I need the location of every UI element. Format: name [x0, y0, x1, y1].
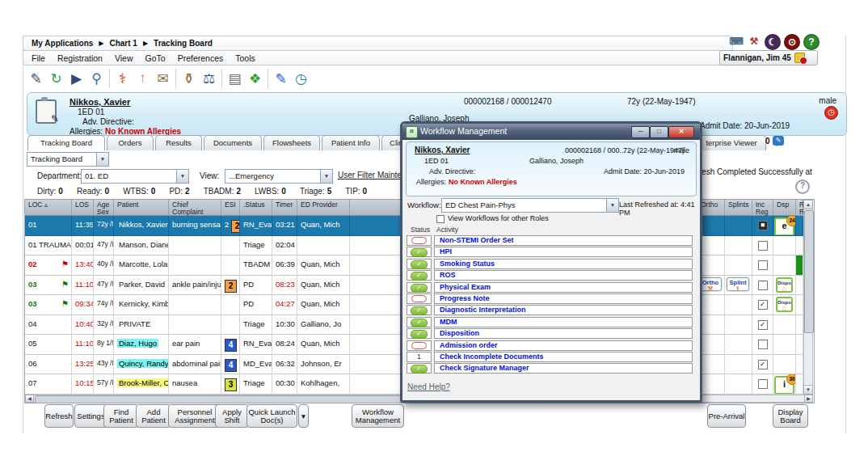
column-header-splints[interactable]: Splints: [725, 200, 752, 216]
chevron-down-icon[interactable]: ▼: [606, 199, 618, 212]
remote-desktop-icon[interactable]: ⌨: [729, 34, 744, 49]
minimize-icon[interactable]: ─: [631, 126, 650, 138]
personnel-assignment-button[interactable]: Personnel Assignment: [168, 404, 221, 428]
activity-row[interactable]: Admission order: [402, 340, 695, 351]
tab-results[interactable]: Results: [155, 135, 202, 150]
column-header-status[interactable]: .Status: [240, 200, 272, 216]
column-header-los[interactable]: LOS: [72, 200, 94, 216]
chevron-down-icon[interactable]: ▼: [320, 170, 332, 183]
other-roles-checkbox[interactable]: [436, 215, 445, 223]
scroll-right-icon[interactable]: ▶: [804, 395, 813, 403]
column-header-inc[interactable]: Inc Reg: [752, 200, 773, 216]
chart-search-icon[interactable]: ⚲: [86, 68, 107, 89]
add-patient-button[interactable]: Add Patient: [136, 404, 171, 428]
menu-view[interactable]: View: [115, 53, 133, 63]
quick-launch-doc-s--button[interactable]: Quick Launch Doc(s): [246, 404, 297, 428]
menu-goto[interactable]: GoTo: [145, 53, 166, 63]
user-badge[interactable]: Flannigan, Jim 45: [719, 50, 818, 65]
chevron-down-icon[interactable]: ▼: [96, 153, 108, 166]
medication-icon[interactable]: ⚱: [179, 68, 199, 89]
activity-link[interactable]: Progress Note: [434, 293, 693, 304]
clinical-caduceus-icon[interactable]: ⚕: [112, 68, 133, 89]
refresh-button[interactable]: Refresh: [44, 404, 74, 428]
find-patient-button[interactable]: Find Patient: [103, 404, 139, 428]
schedule-icon[interactable]: ◷: [291, 68, 311, 89]
inc-reg-checkbox[interactable]: ■: [758, 221, 768, 230]
breadcrumb-item[interactable]: Chart 1: [109, 39, 137, 48]
dispo-home-icon[interactable]: Dispo⌂: [776, 277, 793, 293]
activity-link[interactable]: Smoking Status: [434, 259, 693, 269]
breadcrumb-item[interactable]: Tracking Board: [154, 39, 213, 48]
activity-row[interactable]: ✓Disposition: [402, 328, 695, 339]
notification-icon[interactable]: [794, 53, 805, 63]
sign-note-icon[interactable]: ✎: [271, 68, 291, 89]
activity-link[interactable]: Disposition: [434, 328, 693, 339]
apply-shift-button[interactable]: Apply Shift: [215, 404, 249, 428]
workflow-management-button[interactable]: Workflow Management: [352, 404, 404, 428]
activity-row[interactable]: Progress Note: [402, 293, 695, 304]
dialog-title-bar[interactable]: ⌗ Workflow Management ─ □ ✕: [402, 124, 700, 140]
inc-reg-checkbox[interactable]: ✓: [758, 320, 768, 330]
activity-row[interactable]: ✓HPI: [402, 247, 695, 257]
chat-icon[interactable]: ✎: [773, 136, 784, 146]
menu-tools[interactable]: Tools: [235, 53, 255, 63]
scales-icon[interactable]: ⚖: [199, 68, 219, 89]
column-header-esi[interactable]: ESI: [221, 200, 240, 216]
workflow-select[interactable]: ED Chest Pain-Phys▼: [441, 198, 619, 213]
activity-link[interactable]: Physical Exam: [434, 282, 693, 293]
column-header-dsp[interactable]: Dsp: [773, 200, 796, 216]
maximize-icon[interactable]: □: [650, 126, 668, 138]
menu-registration[interactable]: Registration: [57, 53, 103, 63]
column-header-timer[interactable]: Timer: [272, 200, 297, 216]
ortho-button[interactable]: Ortho⚒: [699, 277, 722, 292]
department-select[interactable]: 01. ED▼: [81, 169, 189, 184]
inc-reg-checkbox[interactable]: [758, 379, 768, 389]
tab-flowsheets[interactable]: Flowsheets: [263, 135, 320, 150]
inc-reg-checkbox[interactable]: [758, 241, 768, 251]
help-icon[interactable]: ?: [803, 34, 820, 50]
close-icon[interactable]: ✕: [668, 126, 694, 138]
inc-reg-checkbox[interactable]: [758, 340, 768, 349]
display-board-button[interactable]: Display Board: [773, 404, 808, 428]
print-icon[interactable]: ▤: [225, 68, 245, 89]
column-header-patient[interactable]: Patient: [114, 200, 169, 216]
column-header-provider[interactable]: ED Provider: [297, 200, 350, 216]
activity-link[interactable]: MDM: [434, 317, 693, 327]
activity-link[interactable]: Check Incomplete Documents: [434, 352, 693, 362]
column-header-age[interactable]: Age Sex: [94, 200, 114, 216]
settings-button[interactable]: Settings: [74, 404, 107, 428]
activity-link[interactable]: Admission order: [434, 340, 693, 351]
tab-orders[interactable]: Orders: [107, 135, 154, 150]
menu-file[interactable]: File: [32, 53, 45, 63]
chart-icon[interactable]: [36, 99, 57, 124]
disposition-doc-icon[interactable]: i30: [774, 376, 794, 395]
alarm-clock-icon[interactable]: ◷: [824, 106, 838, 120]
activity-link[interactable]: Diagnostic Interpretation: [434, 305, 693, 315]
activity-row[interactable]: 1Check Incomplete Documents: [402, 352, 695, 362]
activity-link[interactable]: Check Signature Manager: [434, 363, 693, 374]
activity-row[interactable]: ✓Check Signature Manager: [402, 363, 695, 374]
view-select[interactable]: ...Emergency▼: [225, 169, 333, 184]
scroll-left-icon[interactable]: ◀: [25, 395, 34, 403]
media-mail-icon[interactable]: ✉: [153, 68, 173, 89]
activity-row[interactable]: Non-STEMI Order Set: [402, 235, 695, 246]
chevron-down-icon[interactable]: ▼: [176, 170, 188, 183]
refresh-icon[interactable]: ↻: [46, 68, 66, 89]
tab-documents[interactable]: Documents: [204, 135, 262, 150]
column-header-extra[interactable]: [350, 200, 401, 216]
disposition-doc-icon[interactable]: e24: [774, 217, 794, 236]
menu-preferences[interactable]: Preferences: [178, 53, 224, 63]
inc-reg-checkbox[interactable]: [758, 281, 768, 290]
breadcrumb-item[interactable]: My Applications: [32, 39, 93, 48]
new-document-icon[interactable]: ✎: [26, 68, 46, 89]
dispo-home-icon[interactable]: Dispo⌂: [776, 297, 793, 312]
activity-link[interactable]: ROS: [434, 270, 693, 281]
power-icon[interactable]: ⊙: [784, 34, 800, 50]
pre-arrival-button[interactable]: Pre-Arrival: [707, 404, 746, 428]
network-icon[interactable]: ❖: [245, 68, 265, 89]
upgrade-arrow-icon[interactable]: ↑: [133, 68, 153, 89]
vertical-scroll-thumb[interactable]: [804, 210, 814, 333]
inc-reg-checkbox[interactable]: ✓: [758, 300, 768, 310]
board-type-select[interactable]: Tracking Board▼: [27, 152, 109, 167]
activity-row[interactable]: ✓Physical Exam: [402, 282, 695, 293]
